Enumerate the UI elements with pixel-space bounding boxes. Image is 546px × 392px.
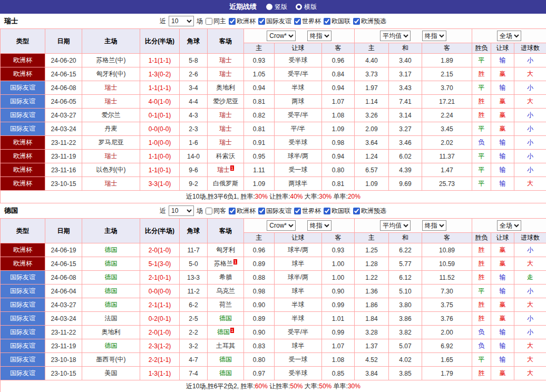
score-cell: 2-0(1-0)	[140, 326, 180, 339]
competition-checkbox[interactable]	[353, 18, 360, 25]
result-cell: 平	[472, 54, 491, 67]
goals-result-cell: 大	[514, 95, 546, 109]
competition-filter[interactable]: 欧洲预选	[353, 17, 386, 26]
corner-cell: 3-2	[180, 339, 208, 353]
match-date-cell: 24-06-04	[45, 285, 82, 298]
competition-checkbox[interactable]	[258, 18, 265, 25]
handicap-away-odds-cell: 1.07	[322, 95, 355, 109]
score-cell: 3-3(1-0)	[140, 177, 180, 191]
team-label: 瑞士	[219, 111, 232, 119]
europe-away-odds-cell: 11.37	[422, 150, 472, 163]
competition-checkbox[interactable]	[229, 18, 236, 25]
competition-filter[interactable]: 欧国联	[324, 207, 350, 215]
away-team-cell: 土耳其	[208, 339, 244, 353]
bookmaker-select[interactable]: Crow*	[267, 220, 296, 231]
sub-col-header: 让球	[275, 233, 322, 243]
europe-draw-odds-cell: 3.40	[389, 54, 422, 67]
scope-select[interactable]: 全场	[497, 220, 521, 231]
scope-select[interactable]: 全场	[497, 31, 521, 41]
home-team-cell: 瑞士	[82, 81, 140, 95]
competition-filter[interactable]: 国际友谊	[258, 17, 291, 26]
layout-radio-vertical[interactable]: 竖版	[266, 3, 287, 12]
score-cell: 0-2(0-1)	[140, 312, 180, 326]
competition-type-cell: 国际友谊	[1, 109, 45, 122]
col-away-team: 客场	[208, 29, 244, 54]
competition-filter[interactable]: 欧洲杯	[229, 207, 256, 215]
competition-filter[interactable]: 世界杯	[294, 17, 321, 26]
corner-cell: 14-0	[180, 150, 208, 163]
match-count-select[interactable]: 10	[169, 205, 194, 216]
competition-checkbox[interactable]	[258, 208, 265, 214]
summary-segment: 单率:	[331, 193, 348, 200]
match-count-select[interactable]: 10	[169, 16, 194, 26]
handicap-home-odds-cell: 0.88	[244, 271, 275, 285]
same-venue-checkbox[interactable]	[206, 208, 212, 214]
topbar: 近期战绩 竖版横版	[0, 0, 546, 14]
competition-checkbox[interactable]	[229, 208, 236, 214]
match-row: 国际友谊24-03-27爱尔兰0-1(0-1)4-3瑞士0.82受平/半1.08…	[1, 109, 546, 122]
competition-checkbox[interactable]	[294, 18, 301, 25]
competition-filter[interactable]: 欧洲杯	[229, 17, 256, 26]
europe-draw-odds-cell: 3.82	[389, 326, 422, 339]
team-label: 瑞士	[105, 97, 118, 105]
handicap-away-odds-cell: 1.07	[322, 339, 355, 353]
same-venue-filter[interactable]: 同主	[206, 17, 226, 26]
team-label: 瑞士	[217, 166, 230, 173]
col-type: 类型	[1, 29, 45, 54]
score-cell: 1-3(1-1)	[140, 367, 180, 380]
europe-avg-select[interactable]: 平均值	[380, 31, 411, 41]
competition-filter[interactable]: 欧国联	[324, 17, 350, 26]
team-label: 德国	[105, 301, 118, 308]
handicap-result-cell: 输	[491, 177, 514, 191]
result-cell: 胜	[472, 312, 491, 326]
europe-draw-odds-cell: 4.02	[389, 353, 422, 367]
same-venue-filter[interactable]: 同客	[206, 207, 226, 215]
handicap-time-select[interactable]: 终指	[307, 220, 331, 231]
handicap-result-cell: 赢	[491, 122, 514, 136]
handicap-time-select[interactable]: 终指	[307, 31, 331, 41]
handicap-away-odds-cell: 1.08	[322, 353, 355, 367]
away-team-cell: 瑞士	[208, 109, 244, 122]
competition-filter[interactable]: 国际友谊	[258, 207, 291, 215]
europe-home-odds-cell: 4.40	[355, 54, 389, 67]
goals-result-cell: 大	[514, 257, 546, 271]
europe-home-odds-cell: 3.73	[355, 67, 389, 81]
result-cell: 负	[472, 339, 491, 353]
match-row: 欧洲杯24-06-15匈牙利(中)1-3(0-2)2-6瑞士1.05受平/半0.…	[1, 67, 546, 81]
competition-filter[interactable]: 世界杯	[294, 207, 321, 215]
handicap-away-odds-cell: 0.98	[322, 136, 355, 150]
competition-filter[interactable]: 欧洲预选	[353, 207, 386, 215]
away-team-cell: 乌克兰	[208, 285, 244, 298]
same-venue-checkbox[interactable]	[206, 18, 212, 25]
europe-time-select[interactable]: 终指	[422, 220, 446, 231]
summary-segment: 让胜率:	[268, 383, 290, 390]
handicap-line-cell: 受半球	[275, 367, 322, 380]
competition-checkbox[interactable]	[324, 208, 330, 214]
competition-checkbox[interactable]	[294, 208, 301, 214]
bookmaker-select[interactable]: Crow*	[267, 31, 296, 41]
competition-checkbox[interactable]	[353, 208, 360, 214]
team-label: 土耳其	[216, 342, 235, 349]
home-team-cell: 丹麦	[82, 122, 140, 136]
corner-cell: 4-3	[180, 109, 208, 122]
handicap-result-cell: 输	[491, 54, 514, 67]
handicap-line-cell: 受半球	[275, 54, 322, 67]
handicap-line-cell: 球半	[275, 285, 322, 298]
home-team-cell: 墨西哥(中)	[82, 353, 140, 367]
europe-time-select[interactable]: 终指	[422, 31, 446, 41]
result-cell: 胜	[472, 298, 491, 312]
layout-radio-horizontal[interactable]: 横版	[296, 3, 317, 12]
match-row: 国际友谊24-03-24丹麦0-0(0-0)2-3瑞士0.81平/半1.092.…	[1, 122, 546, 136]
away-team-cell: 苏格兰1	[208, 257, 244, 271]
europe-avg-select[interactable]: 平均值	[380, 220, 411, 231]
goals-result-cell: 小	[514, 326, 546, 339]
match-date-cell: 23-10-15	[45, 367, 82, 380]
goals-result-cell: 小	[514, 54, 546, 67]
competition-checkbox[interactable]	[324, 18, 330, 25]
handicap-line-cell: 受平/半	[275, 67, 322, 81]
match-date-cell: 24-03-24	[45, 312, 82, 326]
europe-home-odds-cell: 3.26	[355, 109, 389, 122]
sub-col-header: 客	[322, 43, 355, 54]
away-team-cell: 白俄罗斯	[208, 177, 244, 191]
match-row: 国际友谊23-11-22奥地利2-0(1-0)2-2德国10.90受平/半0.9…	[1, 326, 546, 339]
